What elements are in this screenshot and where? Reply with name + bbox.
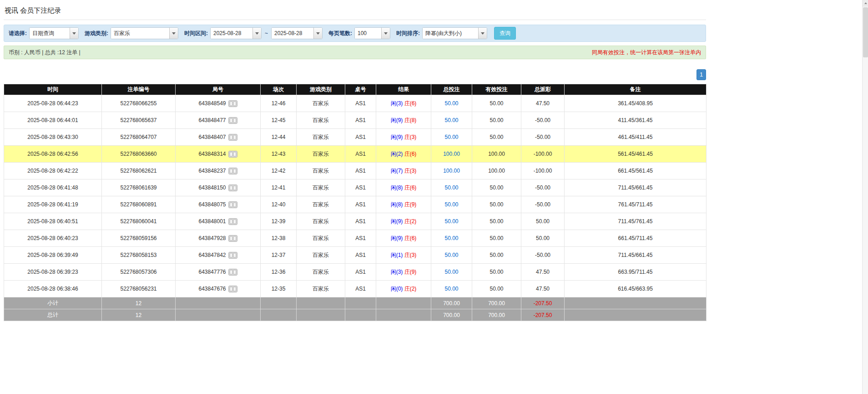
arrow-up-icon[interactable]	[863, 0, 868, 6]
cell-bet-id: 522768063660	[102, 146, 176, 163]
date-to-input[interactable]	[272, 28, 313, 39]
cell-session: 12-38	[261, 230, 297, 247]
cell-payout: 47.50	[521, 264, 565, 281]
vertical-scrollbar[interactable]	[862, 0, 868, 394]
summary-payout: -207.50	[521, 297, 565, 309]
cell-time: 2025-08-28 06:40:51	[4, 213, 102, 230]
total-bet-link[interactable]: 50.00	[444, 117, 458, 123]
page-number-button[interactable]: 1	[696, 69, 706, 80]
cards-icon[interactable]	[228, 201, 237, 208]
date-from-input[interactable]	[211, 28, 252, 39]
cell-round-id: 643847676	[176, 281, 261, 297]
cards-icon[interactable]	[228, 117, 237, 124]
cell-note: 711.45/661.45	[565, 247, 707, 264]
cards-icon[interactable]	[228, 269, 237, 276]
table-row: 2025-08-28 06:43:30522768064707643848407…	[4, 129, 707, 146]
chevron-down-icon[interactable]	[381, 28, 390, 39]
result-player: 闲(9)	[391, 235, 403, 241]
cell-round-id: 643848150	[176, 179, 261, 196]
total-bet-link[interactable]: 50.00	[444, 269, 458, 275]
scrollbar-thumb[interactable]	[863, 7, 868, 57]
game-type-input[interactable]	[111, 28, 169, 39]
result-banker: 庄(8)	[404, 117, 417, 123]
cards-icon[interactable]	[228, 286, 237, 292]
chevron-down-icon[interactable]	[70, 28, 78, 39]
cell-round-id: 643848075	[176, 196, 261, 213]
summary-bar: 币别 : 人民币 | 总共 :12 注单 | 同局有效投注，统一计算在该局第一张…	[4, 46, 706, 59]
total-bet-link[interactable]: 50.00	[444, 184, 458, 191]
cards-icon[interactable]	[228, 134, 237, 141]
cell-session: 12-35	[261, 281, 297, 297]
total-bet-link[interactable]: 50.00	[444, 252, 458, 258]
search-button[interactable]: 查询	[494, 27, 516, 40]
cell-valid-bet: 50.00	[472, 230, 521, 247]
chevron-down-icon[interactable]	[252, 28, 261, 39]
cards-icon[interactable]	[228, 100, 237, 107]
cards-icon[interactable]	[228, 252, 237, 259]
total-bet-link[interactable]: 50.00	[444, 218, 458, 225]
cell-note: 461.45/411.45	[565, 129, 707, 146]
total-bet-link[interactable]: 50.00	[444, 100, 458, 107]
cell-payout: -50.00	[521, 112, 565, 129]
cell-result: 闲(9) 庄(8)	[376, 112, 431, 129]
summary-result	[376, 309, 431, 321]
summary-note	[565, 309, 707, 321]
total-bet-link[interactable]: 50.00	[444, 235, 458, 241]
summary-payout: -207.50	[521, 309, 565, 321]
total-bet-link[interactable]: 100.00	[443, 151, 460, 157]
cell-game-type: 百家乐	[297, 213, 345, 230]
chevron-down-icon[interactable]	[313, 28, 322, 39]
cell-round-id: 643847776	[176, 264, 261, 281]
cell-bet-id: 522768062621	[102, 163, 176, 179]
cell-game-type: 百家乐	[297, 264, 345, 281]
cell-note: 411.45/361.45	[565, 112, 707, 129]
summary-round	[176, 297, 261, 309]
cell-table-id: AS1	[345, 129, 376, 146]
total-bet-link[interactable]: 100.00	[443, 168, 460, 174]
cards-icon[interactable]	[228, 218, 237, 225]
cell-payout: -50.00	[521, 196, 565, 213]
cell-game-type: 百家乐	[297, 129, 345, 146]
cards-icon[interactable]	[228, 168, 237, 174]
cell-payout: 50.00	[521, 213, 565, 230]
round-id-text: 643848075	[198, 201, 226, 208]
date-range-separator: ~	[265, 30, 268, 36]
column-header: 场次	[261, 84, 297, 95]
cell-valid-bet: 50.00	[472, 213, 521, 230]
cell-note: 711.45/761.45	[565, 213, 707, 230]
currency-total-info: 币别 : 人民币 | 总共 :12 注单 |	[9, 49, 81, 56]
cell-total-bet: 50.00	[431, 95, 472, 112]
chevron-down-icon[interactable]	[478, 28, 487, 39]
cards-icon[interactable]	[228, 151, 237, 158]
cell-result: 闲(9) 庄(6)	[376, 230, 431, 247]
total-bet-link[interactable]: 50.00	[444, 286, 458, 292]
column-header: 游戏类别	[297, 84, 345, 95]
round-id-text: 643847842	[198, 252, 226, 258]
result-banker: 庄(2)	[404, 286, 417, 292]
total-bet-link[interactable]: 50.00	[444, 134, 458, 140]
cards-icon[interactable]	[228, 184, 237, 191]
cell-bet-id: 522768059156	[102, 230, 176, 247]
cell-valid-bet: 50.00	[472, 196, 521, 213]
page-size-input[interactable]	[355, 28, 381, 39]
summary-table	[345, 297, 376, 309]
result-banker: 庄(6)	[404, 184, 417, 191]
chevron-down-icon[interactable]	[169, 28, 178, 39]
total-bet-link[interactable]: 50.00	[444, 201, 458, 208]
cell-result: 闲(0) 庄(2)	[376, 281, 431, 297]
cell-bet-id: 522768060891	[102, 196, 176, 213]
query-type-input[interactable]	[30, 28, 70, 39]
cell-session: 12-36	[261, 264, 297, 281]
result-banker: 庄(9)	[404, 201, 417, 208]
round-id-text: 643848549	[198, 100, 226, 107]
cell-note: 561.45/461.45	[565, 146, 707, 163]
cell-payout: 50.00	[521, 230, 565, 247]
cell-game-type: 百家乐	[297, 95, 345, 112]
summary-count: 12	[102, 297, 176, 309]
cards-icon[interactable]	[228, 235, 237, 242]
sort-order-input[interactable]	[423, 28, 478, 39]
summary-session	[261, 309, 297, 321]
column-header: 有效投注	[472, 84, 521, 95]
cell-valid-bet: 50.00	[472, 129, 521, 146]
table-row: 2025-08-28 06:39:49522768058153643847842…	[4, 247, 707, 264]
